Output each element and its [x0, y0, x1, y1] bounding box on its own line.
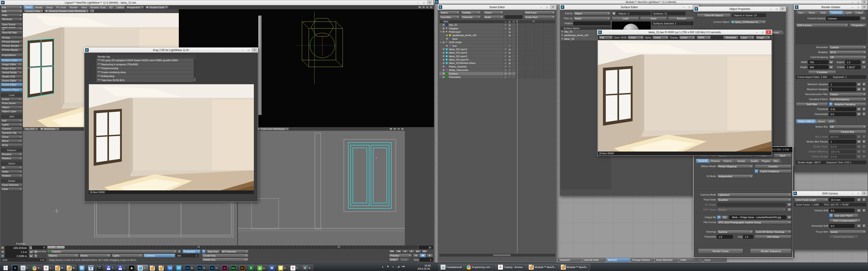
shift-keys-dropdown[interactable]: Shift Keys▼ [524, 11, 555, 14]
lock-cell[interactable] [512, 48, 516, 51]
active-check-cell[interactable]: ✓ [504, 27, 508, 30]
close-icon[interactable]: ✕ [550, 5, 556, 9]
modeler-bottom-button[interactable]: Undo^Z [679, 258, 703, 262]
sidebar-item[interactable]: Lights▼ [1, 123, 23, 127]
active-check-cell[interactable]: ✓ [504, 55, 508, 58]
timeline-slider-handle[interactable]: 0 [47, 246, 65, 249]
step-forward-button[interactable]: |▶ [408, 250, 414, 253]
column-item[interactable]: Item [439, 20, 504, 23]
sidebar-item[interactable]: FPrime▼ [1, 36, 23, 39]
scene-editor-search-box[interactable] [504, 15, 523, 19]
filter-by-dropdown[interactable]: Name▼ [574, 16, 611, 20]
aspect-stepper[interactable]: ◀▶ [862, 60, 866, 64]
taskbar-app-button[interactable] [248, 265, 256, 271]
layout-tab[interactable]: Modeler Tools [88, 5, 109, 9]
edit-by-dropdown[interactable]: Object▼ [574, 11, 611, 15]
field-rendering-dropdown[interactable]: Off▼ [829, 55, 866, 59]
pixel-order-dropdown[interactable]: Scanline▼ [717, 198, 792, 202]
visibility-cell[interactable] [508, 48, 512, 51]
timeline-start-frame[interactable]: 0 [32, 246, 46, 249]
collapse-panel-button[interactable]: ◀ [612, 11, 616, 15]
viewport-br-style-dropdown[interactable]: Front Face Wireframe▼ [256, 127, 289, 131]
minimize-icon[interactable]: – [850, 0, 855, 4]
taskbar-app-button[interactable] [175, 265, 183, 271]
sidebar-item[interactable]: Image EditorF6▼ [1, 63, 23, 66]
taskbar-window-button[interactable]: F... [20, 265, 30, 271]
timeline-ruler-header[interactable]: 0 20 [516, 20, 555, 23]
taskbar-app-button[interactable]: S... [302, 265, 313, 271]
sidebar-item[interactable]: Object Layer▼ [1, 109, 23, 113]
timeline-cell[interactable] [516, 58, 555, 61]
maximize-viewport-icon[interactable]: ◱ [430, 6, 433, 9]
layout-tab[interactable]: FX Tools [54, 5, 69, 9]
viewer-file-menu[interactable]: File▼ [599, 36, 613, 39]
lock-cell[interactable] [512, 41, 516, 44]
load-button[interactable]: Load [612, 16, 639, 20]
scene-item-row[interactable]: ▼⊕Vilagitas ✓ [439, 27, 555, 30]
column-lock-icon[interactable]: ⊓ [512, 20, 516, 23]
taskbar-clock[interactable]: 16:06 2014.05.06. [401, 264, 431, 270]
image-viewer-titlebar[interactable]: lakas_01.lws Fr:0000 Lyr:1 (750 x 500 12… [597, 30, 772, 35]
kray-options-tab[interactable]: Plugins [760, 159, 773, 163]
taskbar-window-button[interactable]: Kraytracing.com -... [465, 264, 495, 270]
active-check-cell[interactable]: ✓ [504, 68, 508, 72]
gi-mode-dropdown[interactable]: Independent▼ [717, 174, 753, 178]
vertical-shift-envelope-button[interactable]: E [862, 209, 866, 212]
visibility-cell[interactable] [508, 68, 512, 72]
scene-item-row[interactable]: ▼⊕SUN center ✓ [439, 41, 555, 44]
max-samples-stepper[interactable]: ◀▶ [857, 88, 861, 91]
select-bones-button[interactable]: Bones+B [79, 253, 111, 258]
shutter-efficiency-field[interactable]: 100.0 % [829, 150, 856, 154]
position-y-field[interactable]: 1.3 m [5, 250, 29, 254]
step-back-button[interactable]: ◀| [402, 250, 408, 253]
visibility-dropdown[interactable]: Visibility▼ [461, 11, 481, 14]
file-format-dropdown[interactable]: JPG Joint Photographic experts Group▼ [717, 221, 792, 224]
kray-options-tab[interactable]: General [696, 159, 710, 163]
focal-length-envelope-button[interactable]: E [862, 198, 866, 202]
expand-arrow-icon[interactable]: ► [561, 31, 563, 33]
expand-arrow-icon[interactable]: ► [561, 38, 563, 40]
timeline-cell[interactable] [516, 41, 555, 44]
tray-expand-icon[interactable]: ▴ [381, 265, 384, 268]
pause-button[interactable]: ▮▮ [420, 253, 426, 258]
blur-length-field[interactable]: 50.0 % [829, 135, 856, 139]
position-x-field[interactable]: -606.323mm [5, 246, 29, 250]
output-on-button[interactable]: On [721, 215, 728, 219]
current-camera-dropdown-button[interactable]: ▼ [861, 16, 866, 20]
oversample-field[interactable]: 0.0 [829, 112, 856, 116]
viewport-bl-view-dropdown[interactable]: Top (XZ)▼ [24, 127, 39, 131]
timeline-cell[interactable] [516, 34, 555, 37]
viewport-tr-style-dropdown[interactable]: Shaded Solid▼ [145, 6, 168, 9]
close-icon[interactable]: ✕ [252, 48, 257, 52]
camera-plugin-properties-button[interactable]: Properties [849, 23, 866, 27]
width-field[interactable]: 750 [808, 60, 829, 64]
properties-button[interactable]: Propertiesp [182, 249, 200, 253]
soft-filter-button[interactable]: Soft Filter [796, 102, 828, 106]
motion-effects-tab[interactable]: DOF [827, 120, 837, 123]
rolling-shutter-field[interactable]: 0.0 % [829, 155, 856, 159]
min-samples-stepper[interactable]: ◀▶ [857, 82, 861, 86]
maximize-icon[interactable]: ▢ [687, 5, 692, 9]
lock-cell[interactable] [512, 37, 516, 40]
expand-plus-icon[interactable]: ⊕ [442, 41, 445, 43]
taskbar-window-button[interactable]: M... [66, 265, 76, 271]
threshold-field[interactable]: 0.01 [829, 107, 856, 111]
active-check-cell[interactable]: ✓ [504, 48, 508, 51]
expand-plus-icon[interactable]: ⊕ [442, 27, 445, 30]
network-icon[interactable] [397, 265, 400, 268]
visibility-cell[interactable] [508, 27, 512, 30]
maximize-icon[interactable]: ▢ [544, 5, 550, 9]
sidebar-item[interactable]: Clear▼ [1, 187, 23, 191]
delete-key-button[interactable]: Delete Keydel [202, 258, 249, 262]
sidebar-item[interactable]: Rename*N▼ [1, 153, 23, 156]
modeler-bottom-button[interactable]: Drop Selection [655, 258, 678, 262]
active-check-cell[interactable]: ✓ [504, 30, 508, 33]
render-globals-tab[interactable]: Lights [843, 11, 855, 14]
maximize-icon[interactable]: ▢ [856, 0, 861, 4]
taskbar-app-button[interactable] [230, 265, 238, 271]
visibility-cell[interactable] [508, 23, 512, 26]
taskbar-app-button[interactable] [128, 265, 136, 271]
scene-item-row[interactable]: ▼⊕Spot ✓ [439, 37, 555, 41]
shutter-open-field[interactable]: 0.0 % [829, 145, 856, 148]
taskbar-app-button[interactable] [268, 265, 276, 271]
